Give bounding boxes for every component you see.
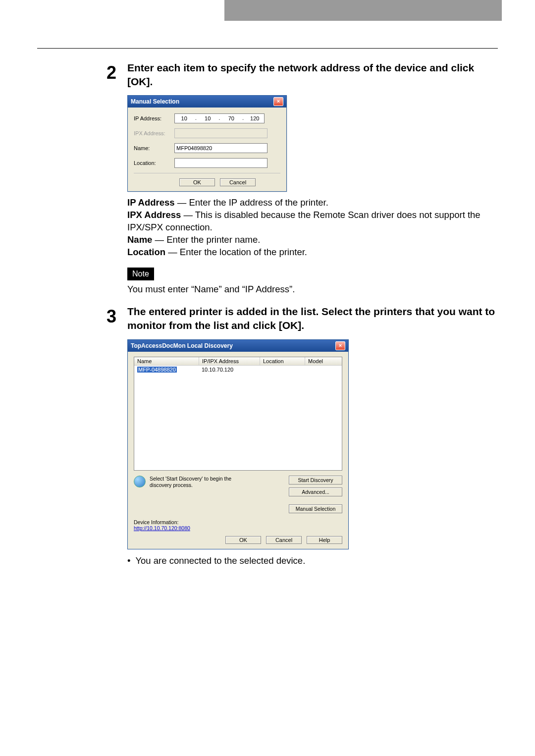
dialog-titlebar: TopAccessDocMon Local Discovery × — [128, 340, 348, 352]
ip-address-input[interactable]: 10. 10. 70. 120 — [174, 113, 265, 123]
col-name[interactable]: Name — [134, 357, 199, 365]
cancel-button[interactable]: Cancel — [266, 536, 302, 544]
name-label: Name: — [134, 145, 174, 151]
step-3-number: 3 — [107, 305, 121, 567]
ok-button[interactable]: OK — [179, 178, 215, 186]
discovery-hint: Select 'Start Discovery' to begin the di… — [150, 476, 239, 488]
start-discovery-button[interactable]: Start Discovery — [289, 476, 342, 485]
header-tab-block — [224, 0, 502, 21]
dialog-titlebar: Manual Selection × — [128, 96, 286, 108]
col-model[interactable]: Model — [305, 357, 342, 365]
ip-address-label: IP Address: — [134, 115, 174, 121]
step-3-title: The entered printer is added in the list… — [127, 305, 498, 333]
note-badge: Note — [127, 268, 154, 280]
step-3-bullet: • You are connected to the selected devi… — [127, 555, 498, 566]
location-label: Location: — [134, 160, 174, 166]
col-location[interactable]: Location — [260, 357, 305, 365]
close-icon[interactable]: × — [273, 97, 283, 106]
dialog-title: Manual Selection — [131, 98, 179, 105]
row-name: MFP-04898820 — [137, 367, 177, 373]
row-model — [304, 366, 342, 374]
ipx-address-label: IPX Address: — [134, 130, 174, 136]
ipx-address-input — [174, 128, 268, 138]
name-input[interactable]: MFP04898820 — [174, 143, 268, 153]
table-row[interactable]: MFP-04898820 10.10.70.120 — [134, 366, 342, 374]
device-info-label: Device Information: — [134, 519, 342, 525]
row-location — [259, 366, 304, 374]
printer-list[interactable]: Name IP/IPX Address Location Model MFP-0… — [134, 357, 342, 471]
step-2-title: Enter each item to specify the network a… — [127, 61, 498, 89]
step-2-description: IP Address — Enter the IP address of the… — [127, 197, 498, 259]
ok-button[interactable]: OK — [225, 536, 261, 544]
step-2-number: 2 — [107, 61, 121, 296]
globe-icon — [134, 476, 146, 487]
close-icon[interactable]: × — [335, 341, 345, 350]
location-input[interactable] — [174, 158, 268, 168]
note-text: You must enter “Name” and “IP Address”. — [127, 283, 498, 296]
manual-selection-button[interactable]: Manual Selection — [289, 504, 342, 513]
table-header: Name IP/IPX Address Location Model — [134, 357, 342, 366]
step-2: 2 Enter each item to specify the network… — [107, 61, 498, 296]
cancel-button[interactable]: Cancel — [220, 178, 256, 186]
device-info-link[interactable]: http://10.10.70.120:8080 — [134, 525, 190, 531]
advanced-button[interactable]: Advanced... — [289, 487, 342, 496]
row-ip: 10.10.70.120 — [199, 366, 259, 374]
dialog-title: TopAccessDocMon Local Discovery — [131, 342, 233, 349]
step-3: 3 The entered printer is added in the li… — [107, 305, 498, 567]
manual-selection-dialog: Manual Selection × IP Address: 10. 10. 7… — [127, 95, 287, 192]
col-ip[interactable]: IP/IPX Address — [199, 357, 260, 365]
local-discovery-dialog: TopAccessDocMon Local Discovery × Name I… — [127, 339, 349, 549]
top-rule — [37, 48, 498, 49]
help-button[interactable]: Help — [307, 536, 342, 544]
